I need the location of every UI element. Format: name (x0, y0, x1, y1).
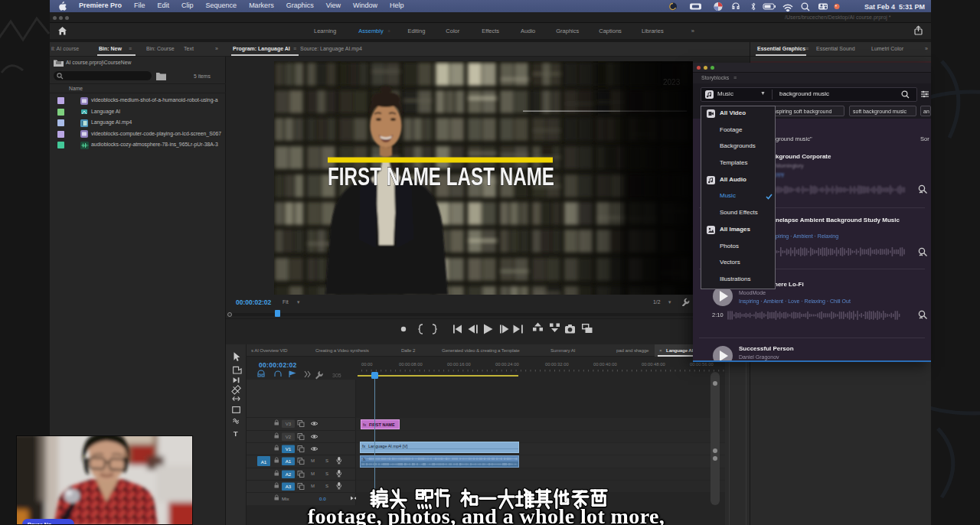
svg-text:305: 305 (332, 373, 341, 378)
svg-text:00:00:56:00: 00:00:56:00 (690, 362, 714, 367)
svg-text:T: T (234, 429, 238, 438)
svg-text:A2: A2 (286, 471, 292, 477)
svg-text:A1: A1 (286, 458, 292, 464)
svg-text:V1: V1 (286, 446, 292, 452)
svg-text:V3: V3 (286, 421, 292, 426)
svg-text:00:00: 00:00 (361, 362, 373, 367)
svg-text:M: M (311, 458, 315, 463)
svg-text:V2: V2 (286, 434, 292, 439)
svg-text:M: M (311, 471, 315, 476)
svg-text:00:00:16:00: 00:00:16:00 (447, 362, 471, 367)
svg-text:00:00:24:00: 00:00:24:00 (495, 362, 519, 367)
svg-text:00:00:08:00: 00:00:08:00 (399, 362, 423, 367)
svg-text:FIRST NAME LAST NAME: FIRST NAME LAST NAME (328, 162, 554, 191)
svg-text:00:00:40:00: 00:00:40:00 (593, 362, 617, 367)
svg-text:00:00:32:00: 00:00:32:00 (545, 362, 569, 367)
svg-text:S: S (325, 471, 328, 476)
svg-text:S: S (325, 458, 328, 463)
svg-text:00:00:48:00: 00:00:48:00 (642, 362, 665, 367)
svg-text:A1: A1 (261, 459, 267, 465)
